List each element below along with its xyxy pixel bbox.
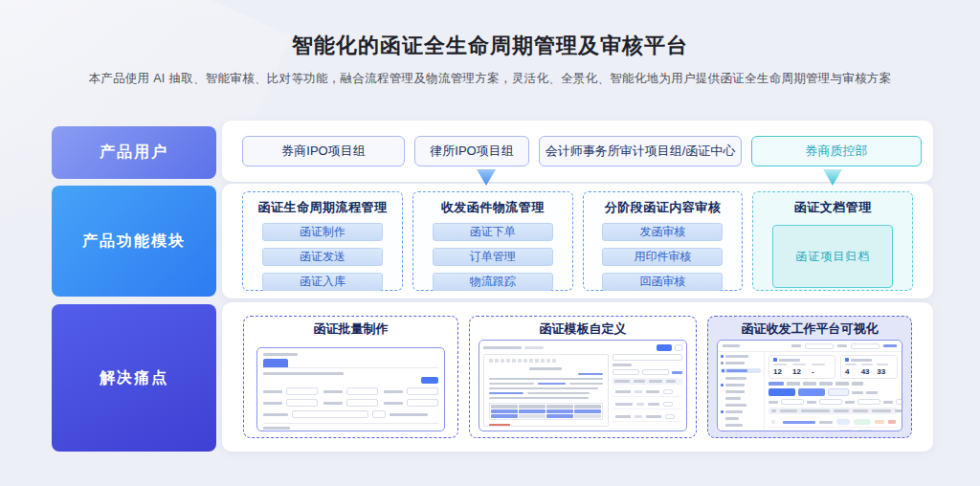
stat-value: 12 xyxy=(773,367,792,376)
stat-value: 33 xyxy=(877,367,893,376)
module-item: 用印件审核 xyxy=(602,248,723,266)
row-label-painpoints: 解决痛点 xyxy=(52,304,216,452)
doc-title-placeholder xyxy=(529,367,562,370)
modules-panel: 函证生命周期流程管理 函证制作 函证发送 函证入库 收发函件物流管理 函证下单 … xyxy=(222,184,933,298)
tab-row-placeholder xyxy=(768,382,898,386)
placeholder-bar xyxy=(384,390,403,393)
placeholder-bar xyxy=(483,346,522,349)
form-fields-skeleton xyxy=(263,387,438,407)
painpoints-panel: 函证批量制作 xyxy=(222,302,933,452)
row-label-modules-text: 产品功能模块 xyxy=(82,232,186,252)
stat-value: 12 xyxy=(792,367,812,376)
placeholder-input xyxy=(286,387,318,395)
action-buttons-placeholder xyxy=(768,388,898,396)
batch-create-screenshot-thumbnail xyxy=(256,347,445,431)
highlight-red-placeholder xyxy=(489,424,510,427)
user-chip-lawfirm-ipo: 律所IPO项目组 xyxy=(414,136,529,166)
user-chip-label: 律所IPO项目组 xyxy=(430,143,513,160)
placeholder-input xyxy=(292,410,368,418)
stat-value: 4 xyxy=(845,367,861,376)
infographic-canvas: 智能化的函证全生命周期管理及审核平台 本产品使用 AI 抽取、智能审核、比对等功… xyxy=(0,0,980,486)
filter-row-placeholder xyxy=(768,399,898,405)
user-chip-label: 券商质控部 xyxy=(806,143,868,160)
doc-table-placeholder xyxy=(489,403,603,420)
pain-card-batch-create: 函证批量制作 xyxy=(243,316,458,438)
row-label-users: 产品用户 xyxy=(52,126,216,179)
user-chip-accounting-audit: 会计师事务所审计项目组/函证中心 xyxy=(539,136,742,166)
module-item: 函证入库 xyxy=(262,273,383,291)
module-item: 函证制作 xyxy=(262,223,383,241)
module-item: 回函审核 xyxy=(602,273,723,291)
pain-card-title: 函证模板自定义 xyxy=(479,320,687,338)
user-chip-label: 券商IPO项目组 xyxy=(281,143,365,160)
table-header-placeholder xyxy=(612,378,682,385)
field-panel-placeholder xyxy=(612,354,682,427)
row-label-modules: 产品功能模块 xyxy=(52,186,216,297)
panel-icon xyxy=(773,358,777,362)
pain-card-title: 函证收发工作平台可视化 xyxy=(717,320,902,338)
placeholder-bar xyxy=(323,402,343,405)
pain-card-title: 函证批量制作 xyxy=(253,320,449,338)
placeholder-input xyxy=(407,399,438,407)
placeholder-input xyxy=(642,369,669,375)
module-group-title: 函证生命周期流程管理 xyxy=(257,199,387,216)
dashboard-screenshot-thumbnail: 12 12 - 4 43 33 xyxy=(717,340,902,431)
dashboard-main-placeholder: 12 12 - 4 43 33 xyxy=(765,352,902,431)
placeholder-bar xyxy=(263,402,282,405)
placeholder-input xyxy=(286,399,318,407)
row-label-users-text: 产品用户 xyxy=(100,143,168,163)
stat-panels: 12 12 - 4 43 33 xyxy=(768,355,898,379)
archive-highlight-box: 函证项目归档 xyxy=(772,225,893,288)
document-page-placeholder xyxy=(483,354,609,427)
active-tab-placeholder xyxy=(263,359,288,367)
stat-value: - xyxy=(812,367,831,376)
placeholder-bar xyxy=(612,364,632,366)
placeholder-input xyxy=(675,344,682,351)
pain-card-platform-visualization: 函证收发工作平台可视化 xyxy=(707,316,912,438)
placeholder-input xyxy=(407,387,438,395)
divider xyxy=(263,423,438,424)
user-chip-broker-ipo: 券商IPO项目组 xyxy=(242,136,405,166)
placeholder-bar xyxy=(263,390,282,393)
page-subtitle: 本产品使用 AI 抽取、智能审核、比对等功能，融合流程管理及物流管理方案，灵活化… xyxy=(0,71,980,87)
user-chip-broker-qc: 券商质控部 xyxy=(751,136,922,166)
placeholder-input xyxy=(346,399,378,407)
placeholder-bar xyxy=(489,397,589,399)
module-group-title: 分阶段函证内容审核 xyxy=(605,199,722,216)
placeholder-bar xyxy=(323,390,343,393)
stat-panel-right: 4 43 33 xyxy=(840,355,898,379)
module-group-title: 收发函件物流管理 xyxy=(441,199,545,216)
dashboard-sidebar-placeholder xyxy=(718,352,765,431)
placeholder-bar xyxy=(578,373,603,375)
table-header-placeholder xyxy=(768,408,898,414)
toolbar-skeleton xyxy=(489,359,603,363)
placeholder-bar xyxy=(524,346,544,349)
module-item: 物流跟踪 xyxy=(433,273,553,291)
placeholder-bar xyxy=(263,372,344,375)
template-editor-screenshot-thumbnail xyxy=(479,340,687,431)
placeholder-input xyxy=(612,369,639,375)
sidebar-active-item xyxy=(721,368,761,373)
module-group-logistics: 收发函件物流管理 函证下单 订单管理 物流跟踪 xyxy=(412,191,573,291)
module-group-lifecycle: 函证生命周期流程管理 函证制作 函证发送 函证入库 xyxy=(242,191,403,291)
panel-icon xyxy=(845,358,849,362)
placeholder-button xyxy=(421,377,438,384)
placeholder-bar xyxy=(672,371,682,374)
dashboard-topbar-placeholder xyxy=(718,341,902,352)
page-title: 智能化的函证全生命周期管理及审核平台 xyxy=(0,32,980,60)
placeholder-bar xyxy=(489,378,603,380)
module-item: 函证下单 xyxy=(433,223,553,241)
placeholder-bar xyxy=(390,413,428,416)
table-rows-placeholder xyxy=(768,417,898,431)
module-group-archive: 函证文档管理 函证项目归档 xyxy=(752,191,913,291)
placeholder-bar xyxy=(263,413,288,416)
placeholder-bar xyxy=(489,387,598,389)
placeholder-bar xyxy=(263,353,298,356)
module-group-review: 分阶段函证内容审核 发函审核 用印件审核 回函审核 xyxy=(583,191,744,291)
placeholder-button xyxy=(657,344,672,351)
module-group-title: 函证文档管理 xyxy=(794,199,872,216)
module-item: 订单管理 xyxy=(433,248,553,266)
placeholder-input xyxy=(372,410,386,418)
placeholder-bar xyxy=(263,427,290,430)
user-chip-label: 会计师事务所审计项目组/函证中心 xyxy=(546,143,736,160)
